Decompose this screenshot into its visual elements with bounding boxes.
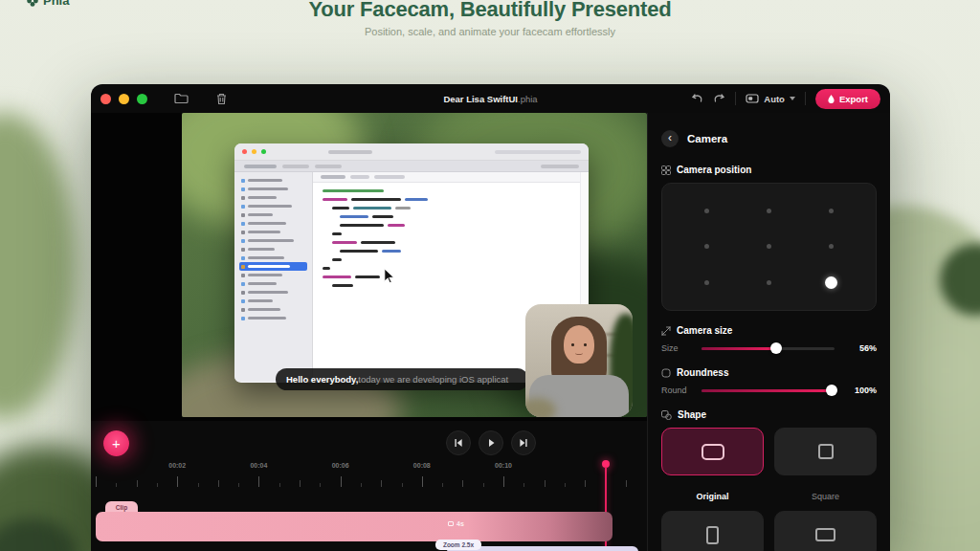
video-clip[interactable]: 4s <box>96 512 612 541</box>
trash-icon <box>216 93 227 105</box>
camera-position-dot[interactable] <box>704 280 709 285</box>
document-title-text: Dear Lisa SwiftUI <box>443 94 518 104</box>
play-button[interactable] <box>479 430 503 455</box>
shape-options-row-2 <box>661 511 877 551</box>
shape-label: Shape <box>678 409 706 420</box>
recorded-code-line <box>321 283 572 288</box>
rounded-rect-icon <box>702 444 724 460</box>
droplet-icon <box>828 95 835 103</box>
camera-position-dot[interactable] <box>767 244 771 249</box>
recorded-file-row <box>239 210 307 219</box>
roundness-section: Roundness <box>661 367 877 378</box>
round-slider-thumb[interactable] <box>826 385 837 396</box>
facecam[interactable] <box>525 304 633 417</box>
ruler-timestamp: 00:08 <box>413 462 431 469</box>
size-slider-thumb[interactable] <box>770 342 782 354</box>
clip-badge: 4s <box>448 520 464 527</box>
grid-icon <box>661 165 671 175</box>
ruler-timestamp: 00:04 <box>250 462 267 469</box>
undo-button[interactable] <box>691 90 703 107</box>
ruler-tick <box>341 476 342 487</box>
recorded-file-row <box>239 228 307 236</box>
camera-position-dot[interactable] <box>829 244 834 249</box>
window-titlebar: Dear Lisa SwiftUI.phia <box>91 84 890 113</box>
camera-settings-panel: ‹ Camera Camera position Camera size <box>647 113 890 551</box>
aspect-ratio-dropdown[interactable]: Auto <box>746 94 795 104</box>
recorded-minimize-icon <box>252 149 256 154</box>
facecam-smile <box>575 351 583 355</box>
close-button[interactable] <box>100 94 111 104</box>
aspect-ratio-icon <box>746 94 759 103</box>
size-slider-fill <box>702 347 776 350</box>
ruler-tick <box>545 480 546 487</box>
video-frame[interactable]: Hello everybody, today we are developing… <box>182 113 647 417</box>
recorded-file-row <box>239 236 307 245</box>
size-slider[interactable] <box>702 347 835 350</box>
titlebar-divider <box>735 92 736 105</box>
round-slider-fill <box>702 389 832 392</box>
recorded-file-row <box>239 185 307 193</box>
ruler-tick <box>177 476 178 487</box>
document-title-extension: .phia <box>518 94 538 104</box>
recorded-code-line <box>321 206 572 210</box>
shape-option-original[interactable] <box>661 428 764 475</box>
camera-position-dot[interactable] <box>767 280 771 285</box>
minimize-button[interactable] <box>119 94 129 104</box>
recorded-file-row <box>239 219 307 228</box>
recorded-code-line <box>321 266 572 271</box>
clip-camera-icon <box>448 521 454 526</box>
camera-position-dot[interactable] <box>829 209 834 213</box>
clip-badge-text: 4s <box>457 520 464 527</box>
play-icon <box>486 438 496 448</box>
ruler-tick <box>198 483 199 487</box>
delete-button[interactable] <box>209 89 234 108</box>
timeline-ruler[interactable]: 00:0200:0400:0600:0800:10 <box>96 462 641 487</box>
recorded-code-line <box>321 188 572 193</box>
recorded-file-row <box>239 305 307 314</box>
ruler-tick <box>137 480 138 487</box>
recorded-file-row <box>239 271 307 279</box>
ruler-tick <box>585 480 586 487</box>
zoom-clip-tab[interactable]: Zoom 2.5x <box>435 540 481 550</box>
export-button[interactable]: Export <box>815 89 880 109</box>
camera-position-dot[interactable] <box>704 209 709 213</box>
facecam-eye <box>571 343 574 346</box>
aspect-ratio-value: Auto <box>764 94 785 104</box>
panel-title: Camera <box>687 133 727 144</box>
round-slider[interactable] <box>702 389 835 392</box>
recorded-file-row <box>239 176 307 185</box>
skip-forward-button[interactable] <box>511 430 536 455</box>
page: Phia Your Facecam, Beautifully Presented… <box>0 0 980 551</box>
resize-icon <box>661 326 671 336</box>
skip-back-button[interactable] <box>446 430 471 455</box>
shape-option-square[interactable] <box>774 428 877 475</box>
recorded-window-titlebar <box>234 143 589 161</box>
titlebar-divider-2 <box>805 92 806 105</box>
ruler-tick <box>565 483 566 487</box>
bg-shape-left <box>0 113 77 419</box>
open-folder-button[interactable] <box>168 89 193 108</box>
camera-position-dot[interactable] <box>767 209 771 213</box>
recorded-code-line <box>321 240 572 245</box>
skip-forward-icon <box>519 438 528 448</box>
zoom-window-button[interactable] <box>137 94 147 104</box>
preview-canvas: Hello everybody, today we are developing… <box>91 113 647 421</box>
portrait-rect-icon <box>706 526 719 544</box>
size-value: 56% <box>844 343 877 353</box>
camera-position-dot[interactable] <box>825 276 837 289</box>
caption-pill[interactable]: Hello everybody, today we are developing… <box>276 368 528 390</box>
shape-option-landscape[interactable] <box>774 511 877 551</box>
camera-position-label: Camera position <box>677 165 751 175</box>
titlebar-actions: Auto Export <box>691 89 880 109</box>
add-clip-button[interactable]: + <box>103 430 129 456</box>
shape-option-portrait[interactable] <box>661 511 764 551</box>
round-value: 100% <box>844 386 877 395</box>
redo-button[interactable] <box>713 90 725 107</box>
back-button[interactable]: ‹ <box>661 130 679 147</box>
shapes-icon <box>661 410 672 420</box>
recorded-code-line <box>321 197 572 202</box>
roundness-label: Roundness <box>677 367 728 378</box>
camera-position-dot[interactable] <box>704 244 709 249</box>
recorded-code-line <box>321 214 572 219</box>
rounded-square-icon <box>661 368 671 378</box>
